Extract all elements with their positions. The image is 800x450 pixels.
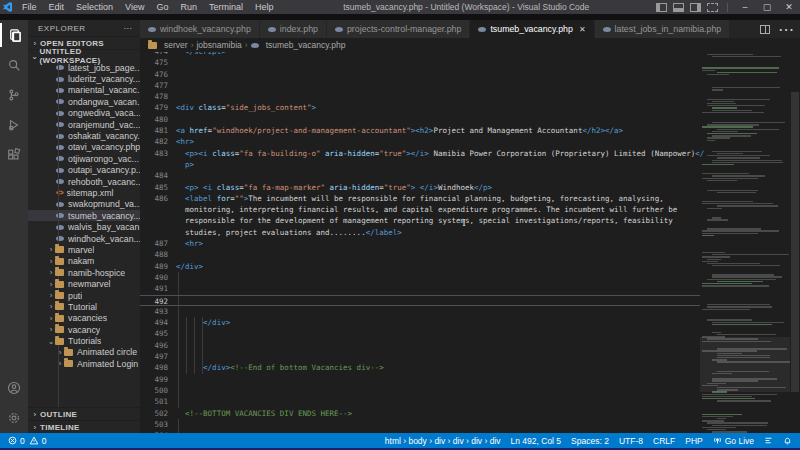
tree-file-ondangwa_vacan...[interactable]: ondangwa_vacan... [28, 96, 140, 107]
explorer-more-actions-icon[interactable]: ⋯ [124, 24, 133, 33]
toggle-panel-icon[interactable] [673, 3, 684, 12]
minimize-button[interactable]: – [734, 0, 756, 14]
close-button[interactable]: ✕ [778, 0, 800, 14]
code-line[interactable]: 491 [140, 283, 700, 294]
code-line[interactable]: 487 <hr> [140, 238, 700, 249]
code-line[interactable]: 488 [140, 249, 700, 260]
code-line[interactable]: 481<a href="windhoek/project-and-managem… [140, 125, 700, 136]
tree-folder-Animated Login F...[interactable]: ›Animated Login F... [28, 358, 140, 369]
indentation[interactable]: Spaces: 2 [571, 436, 609, 446]
customize-layout-icon[interactable] [707, 3, 718, 12]
code-line[interactable]: 490 [140, 272, 700, 283]
tree-file-swakopmund_va...[interactable]: swakopmund_va... [28, 199, 140, 210]
tree-file-sitemap.xml[interactable]: <>sitemap.xml [28, 187, 140, 198]
code-line[interactable]: 501 [140, 396, 700, 407]
code-line[interactable]: 503 [140, 419, 700, 430]
menu-go[interactable]: Go [150, 0, 174, 14]
extensions-icon[interactable] [0, 140, 28, 170]
minimap-slider[interactable] [700, 337, 790, 392]
account-icon[interactable] [0, 373, 28, 403]
tree-file-outapi_vacancy.p...[interactable]: outapi_vacancy.p... [28, 165, 140, 176]
tree-folder-puti[interactable]: ›puti [28, 290, 140, 301]
code-line[interactable]: 477 [140, 80, 700, 91]
code-line[interactable]: responsible for the development of manag… [140, 215, 700, 226]
tree-file-windhoek_vacan...[interactable]: windhoek_vacan... [28, 233, 140, 244]
code-line[interactable]: 493 [140, 306, 700, 317]
code-line[interactable]: 495 [140, 328, 700, 339]
tree-folder-marvel[interactable]: ›marvel [28, 244, 140, 255]
menu-help[interactable]: Help [249, 0, 280, 14]
explorer-icon[interactable] [0, 20, 28, 50]
tree-folder-Tutorial[interactable]: ›Tutorial [28, 301, 140, 312]
code-line[interactable]: 497 [140, 351, 700, 362]
search-icon[interactable] [0, 50, 28, 80]
menu-terminal[interactable]: Terminal [203, 0, 249, 14]
tree-file-tsumeb_vacancy....[interactable]: tsumeb_vacancy.... [28, 210, 140, 221]
tree-file-otjiwarongo_vac...[interactable]: otjiwarongo_vac... [28, 153, 140, 164]
tab-latest_jobs_in_namibia.php[interactable]: latest_jobs_in_namibia.php [595, 20, 731, 38]
code-line[interactable]: 504 [140, 430, 700, 433]
tree-file-oshakati_vacancy...[interactable]: oshakati_vacancy... [28, 130, 140, 141]
code-line[interactable]: 500 [140, 385, 700, 396]
tab-tsumeb_vacancy.php[interactable]: tsumeb_vacancy.php✕ [470, 20, 594, 38]
language-mode[interactable]: PHP [685, 436, 702, 446]
tree-file-otavi_vacancy.php[interactable]: otavi_vacancy.php [28, 142, 140, 153]
tree-folder-namib-hospice[interactable]: ›namib-hospice [28, 267, 140, 278]
code-line[interactable]: studies, project evaluations and........… [140, 227, 700, 238]
go-live-button[interactable]: Go Live [713, 436, 754, 446]
tree-file-luderitz_vacancy....[interactable]: luderitz_vacancy.... [28, 73, 140, 84]
maximize-button[interactable]: ▢ [756, 0, 778, 14]
tree-file-walvis_bay_vacan...[interactable]: walvis_bay_vacan... [28, 221, 140, 232]
notifications-bell-icon[interactable] [783, 436, 792, 445]
code-line[interactable]: 475 [140, 57, 700, 68]
tree-file-ongwediva_vaca...[interactable]: ongwediva_vaca... [28, 108, 140, 119]
code-line[interactable]: 489</div> [140, 261, 700, 272]
code-line[interactable]: 502 <!--BOTTOM VACANCIES DIV ENDS HERE--… [140, 408, 700, 419]
scrollbar-thumb[interactable] [791, 92, 799, 392]
code-line[interactable]: p> [140, 159, 700, 170]
eol-sequence[interactable]: CRLF [653, 436, 675, 446]
prettier-icon[interactable] [764, 436, 773, 445]
tree-file-oranjemund_vac...[interactable]: oranjemund_vac... [28, 119, 140, 130]
breadcrumb-item[interactable]: server [164, 40, 188, 50]
close-tab-icon[interactable]: ✕ [579, 25, 586, 34]
code-line[interactable]: 499 [140, 374, 700, 385]
tree-file-latest_jobs_page...[interactable]: latest_jobs_page... [28, 62, 140, 73]
breadcrumb-item[interactable]: tsumeb_vacancy.php [266, 40, 346, 50]
dom-path[interactable]: html › body › div › div › div › div [385, 436, 501, 446]
tree-folder-newmarvel[interactable]: ›newmarvel [28, 278, 140, 289]
timeline-section[interactable]: › TIMELINE [28, 420, 140, 433]
vertical-scrollbar[interactable] [790, 52, 800, 433]
code-line[interactable]: 496 [140, 340, 700, 351]
tree-folder-Tutorials[interactable]: ⌄Tutorials [28, 335, 140, 346]
toggle-sidebar-icon[interactable] [656, 3, 667, 12]
run-and-debug-icon[interactable] [0, 110, 28, 140]
code-line[interactable]: 484 [140, 170, 700, 181]
cursor-position[interactable]: Ln 492, Col 5 [511, 436, 562, 446]
code-line[interactable]: 480 [140, 114, 700, 125]
code-line[interactable]: monitoring, interpreting financial resul… [140, 204, 700, 215]
code-line[interactable]: 482<hr> [140, 136, 700, 147]
errors-indicator[interactable]: 0 [8, 436, 25, 446]
tree-file-mariental_vacanc...[interactable]: mariental_vacanc... [28, 85, 140, 96]
code-editor[interactable]: 474 </script>475476477478479<div class="… [140, 52, 800, 433]
tab-projects-control-manager.php[interactable]: projects-control-manager.php [327, 20, 470, 38]
menu-run[interactable]: Run [174, 0, 203, 14]
code-line[interactable]: 479<div class="side_jobs_content"> [140, 102, 700, 113]
menu-selection[interactable]: Selection [70, 0, 119, 14]
menu-file[interactable]: File [16, 0, 43, 14]
code-line[interactable]: 494 </div> [140, 317, 700, 328]
outline-section[interactable]: › OUTLINE [28, 407, 140, 420]
warnings-indicator[interactable]: 0 [29, 436, 47, 446]
tree-file-rehoboth_vacanc...[interactable]: rehoboth_vacanc... [28, 176, 140, 187]
tree-folder-Animated circle[interactable]: ›Animated circle [28, 347, 140, 358]
menu-view[interactable]: View [119, 0, 150, 14]
workspace-section[interactable]: ⌄ UNTITLED (WORKSPACE) [28, 49, 140, 62]
code-line[interactable]: 498 </div><!--End of bottom Vacancies di… [140, 362, 700, 373]
tab-index.php[interactable]: index.php [260, 20, 327, 38]
tree-folder-vacancy[interactable]: ›vacancy [28, 324, 140, 335]
code-line[interactable]: 476 [140, 69, 700, 80]
source-control-icon[interactable] [0, 80, 28, 110]
code-line[interactable]: 486 <label for="">The incumbent will be … [140, 193, 700, 204]
code-line[interactable]: 483 <p><i class="fa fa-building-o" aria-… [140, 148, 700, 159]
